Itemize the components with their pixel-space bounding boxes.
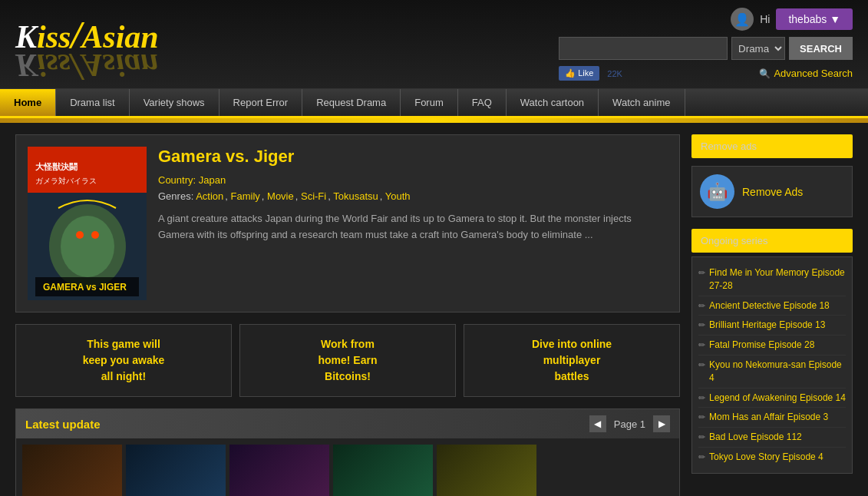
username-button[interactable]: thebabs ▼ — [776, 8, 853, 30]
ongoing-item-3: ✏ Brilliant Heritage Episode 13 — [698, 316, 846, 336]
advanced-search-link[interactable]: Advanced Search — [774, 68, 853, 79]
genre-action[interactable]: Action — [196, 190, 223, 202]
genre-family[interactable]: Family — [231, 190, 260, 202]
ad-banner-3-text: Dive into online multiplayer battles — [532, 336, 612, 385]
latest-header: Latest update ◀ Page 1 ▶ — [16, 409, 679, 438]
genre-youth[interactable]: Youth — [385, 190, 411, 202]
drama-genres: Genres: Action, Family, Movie, Sci-Fi, T… — [158, 190, 668, 202]
remove-ads-title: Remove ads — [701, 141, 757, 152]
drama-poster: 大怪獣決闘 ガメラ対バイラス GAMERA vs JIGER — [28, 147, 147, 300]
ongoing-list: ✏ Find Me in Your Memory Episode 27-28 ✏… — [691, 256, 853, 474]
search-button[interactable]: SEARCH — [789, 37, 853, 60]
nav-faq[interactable]: FAQ — [458, 89, 507, 116]
ongoing-link-5[interactable]: Kyou no Nekomura-san Episode 4 — [709, 359, 846, 385]
remove-ads-header: Remove ads — [691, 134, 853, 158]
drama-thumb-3[interactable] — [229, 445, 329, 496]
ongoing-item-7: ✏ Mom Has an Affair Episode 3 — [698, 408, 846, 428]
drama-poster-image: 大怪獣決闘 ガメラ対バイラス GAMERA vs JIGER — [28, 147, 147, 300]
pencil-icon-3: ✏ — [698, 320, 705, 330]
nav-request-drama[interactable]: Request Drama — [302, 89, 401, 116]
nav: Home Drama list Variety shows Report Err… — [0, 89, 868, 118]
drama-thumb-4[interactable] — [333, 445, 433, 496]
ongoing-link-3[interactable]: Brilliant Heritage Episode 13 — [709, 319, 825, 332]
pencil-icon-9: ✏ — [698, 452, 705, 462]
ongoing-link-7[interactable]: Mom Has an Affair Episode 3 — [709, 411, 828, 424]
ad-banner-2-text: Work from home! Earn Bitcoins! — [318, 336, 377, 385]
remove-ads-content: 🤖 Remove Ads — [691, 166, 853, 217]
genre-movie[interactable]: Movie — [267, 190, 294, 202]
advanced-search-area: 🔍 Advanced Search — [759, 68, 853, 79]
drama-description: A giant creature attacks Japan during th… — [158, 211, 668, 243]
thumb-image-2 — [126, 445, 226, 496]
fb-like-button[interactable]: 👍 Like — [559, 66, 599, 81]
page-info: Page 1 — [614, 418, 645, 430]
search-bar: Drama Movie Actor SEARCH — [559, 37, 853, 60]
ongoing-link-4[interactable]: Fatal Promise Episode 28 — [709, 339, 814, 352]
svg-text:大怪獣決闘: 大怪獣決闘 — [35, 162, 78, 171]
drama-title: Gamera vs. Jiger — [158, 147, 668, 167]
search-icon: 🔍 — [759, 68, 771, 79]
header-bottom-row: 👍 Like 22K 🔍 Advanced Search — [559, 66, 853, 81]
prev-page-button[interactable]: ◀ — [589, 415, 606, 432]
fb-count: 22K — [607, 69, 622, 78]
svg-point-7 — [91, 231, 99, 239]
pencil-icon-7: ✏ — [698, 412, 705, 422]
drama-thumb-2[interactable] — [126, 445, 226, 496]
user-bar: 👤 Hi thebabs ▼ — [731, 8, 853, 31]
logo-area: Kiss/Asian Kiss/Asian — [15, 12, 159, 77]
drama-detail: 大怪獣決闘 ガメラ対バイラス GAMERA vs JIGER Gamera vs… — [15, 134, 680, 312]
ongoing-link-8[interactable]: Bad Love Episode 112 — [709, 431, 802, 444]
pencil-icon-4: ✏ — [698, 340, 705, 350]
ad-banners: This game will keep you awake all night!… — [15, 324, 680, 397]
nav-report-error[interactable]: Report Error — [219, 89, 303, 116]
ongoing-header: Ongoing series — [691, 229, 853, 253]
pencil-icon-2: ✏ — [698, 301, 705, 311]
fb-like-area: 👍 Like 22K — [559, 66, 622, 81]
nav-watch-anime[interactable]: Watch anime — [599, 89, 685, 116]
country-value[interactable]: Japan — [199, 174, 226, 186]
genre-tokusatsu[interactable]: Tokusatsu — [333, 190, 378, 202]
nav-watch-cartoon[interactable]: Watch cartoon — [507, 89, 599, 116]
latest-title: Latest update — [25, 418, 101, 431]
thumb-image-1 — [22, 445, 122, 496]
pagination: ◀ Page 1 ▶ — [589, 415, 670, 432]
genres-label: Genres: — [158, 190, 193, 202]
ongoing-link-1[interactable]: Find Me in Your Memory Episode 27-28 — [709, 266, 846, 293]
svg-text:GAMERA vs JIGER: GAMERA vs JIGER — [43, 282, 127, 293]
ad-banner-2[interactable]: Work from home! Earn Bitcoins! — [239, 324, 456, 397]
ongoing-link-9[interactable]: Tokyo Love Story Episode 4 — [709, 451, 823, 464]
nav-variety-shows[interactable]: Variety shows — [130, 89, 219, 116]
main: 大怪獣決闘 ガメラ対バイラス GAMERA vs JIGER Gamera vs… — [0, 123, 868, 496]
ad-banner-3[interactable]: Dive into online multiplayer battles — [464, 324, 680, 397]
pencil-icon-8: ✏ — [698, 432, 705, 442]
content-area: 大怪獣決闘 ガメラ対バイラス GAMERA vs JIGER Gamera vs… — [15, 134, 680, 496]
nav-home[interactable]: Home — [0, 89, 56, 116]
svg-text:ガメラ対バイラス: ガメラ対バイラス — [35, 177, 97, 185]
nav-drama-list[interactable]: Drama list — [56, 89, 130, 116]
search-input[interactable] — [559, 37, 728, 60]
genre-scifi[interactable]: Sci-Fi — [301, 190, 326, 202]
drama-thumb-1[interactable] — [22, 445, 122, 496]
search-type-select[interactable]: Drama Movie Actor — [731, 37, 785, 60]
ongoing-link-6[interactable]: Legend of Awakening Episode 14 — [709, 392, 846, 405]
header-right: 👤 Hi thebabs ▼ Drama Movie Actor SEARCH … — [559, 8, 853, 81]
remove-ads-link[interactable]: Remove Ads — [742, 186, 803, 198]
next-page-button[interactable]: ▶ — [653, 415, 670, 432]
ongoing-item-8: ✏ Bad Love Episode 112 — [698, 428, 846, 448]
ongoing-item-6: ✏ Legend of Awakening Episode 14 — [698, 389, 846, 408]
ongoing-item-4: ✏ Fatal Promise Episode 28 — [698, 336, 846, 355]
ongoing-item-9: ✏ Tokyo Love Story Episode 4 — [698, 448, 846, 467]
pencil-icon-1: ✏ — [698, 268, 705, 278]
poster-svg: 大怪獣決闘 ガメラ対バイラス GAMERA vs JIGER — [28, 147, 147, 300]
drama-country: Country: Japan — [158, 174, 668, 186]
ongoing-item-5: ✏ Kyou no Nekomura-san Episode 4 — [698, 355, 846, 389]
hi-text: Hi — [760, 13, 770, 25]
thumb-image-3 — [229, 445, 329, 496]
nav-forum[interactable]: Forum — [401, 89, 458, 116]
thumb-image-4 — [333, 445, 433, 496]
ad-banner-1[interactable]: This game will keep you awake all night! — [15, 324, 232, 397]
ongoing-link-2[interactable]: Ancient Detective Episode 18 — [709, 299, 830, 312]
ad-banner-1-text: This game will keep you awake all night! — [83, 336, 165, 385]
ongoing-item-1: ✏ Find Me in Your Memory Episode 27-28 — [698, 263, 846, 296]
drama-thumb-5[interactable] — [437, 445, 536, 496]
